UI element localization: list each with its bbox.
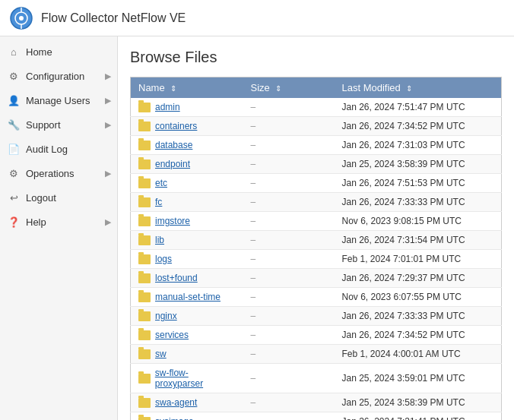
- file-link[interactable]: services: [155, 330, 189, 340]
- sidebar-item-configuration[interactable]: ⚙ Configuration ▶: [0, 64, 117, 88]
- folder-icon: [138, 374, 151, 384]
- file-link[interactable]: sw-flow-proxyparser: [155, 368, 236, 389]
- file-modified-cell: Jan 25, 2024 3:58:39 PM UTC: [335, 393, 502, 412]
- sort-icon: ⇕: [406, 84, 412, 93]
- file-name-cell: nginx: [131, 307, 243, 326]
- sidebar-item-support[interactable]: 🔧 Support ▶: [0, 112, 117, 137]
- app-header: Flow Collector NetFlow VE: [0, 0, 514, 36]
- file-modified-cell: Jan 25, 2024 3:58:39 PM UTC: [335, 155, 502, 174]
- svg-point-2: [19, 16, 24, 21]
- gear-icon: ⚙: [8, 70, 20, 82]
- file-link[interactable]: manual-set-time: [155, 292, 221, 302]
- file-size-cell: –: [243, 307, 335, 326]
- folder-icon: [138, 398, 151, 408]
- file-link[interactable]: database: [155, 140, 192, 150]
- file-name-cell: etc: [131, 174, 243, 193]
- file-link[interactable]: logs: [155, 254, 172, 264]
- file-link[interactable]: swa-agent: [155, 397, 197, 408]
- table-row: sw–Feb 1, 2024 4:00:01 AM UTC: [131, 345, 502, 364]
- sidebar-item-label: Audit Log: [26, 144, 68, 155]
- sidebar-item-audit-log[interactable]: 📄 Audit Log: [0, 137, 117, 161]
- file-size-cell: –: [243, 231, 335, 250]
- file-link[interactable]: admin: [155, 102, 180, 112]
- file-name-cell: logs: [131, 250, 243, 269]
- table-row: nginx–Jan 26, 2024 7:33:33 PM UTC: [131, 307, 502, 326]
- file-link[interactable]: containers: [155, 121, 197, 131]
- chevron-right-icon: ▶: [105, 96, 111, 106]
- file-size-cell: –: [243, 174, 335, 193]
- file-link[interactable]: endpoint: [155, 159, 190, 169]
- file-name-cell: endpoint: [131, 155, 243, 174]
- col-header-name[interactable]: Name ⇕: [131, 77, 243, 99]
- file-modified-cell: Feb 1, 2024 7:01:01 PM UTC: [335, 250, 502, 269]
- file-modified-cell: Nov 6, 2023 9:08:15 PM UTC: [335, 212, 502, 231]
- file-modified-cell: Jan 26, 2024 7:51:53 PM UTC: [335, 174, 502, 193]
- file-link[interactable]: fc: [155, 197, 162, 207]
- table-row: swa-agent–Jan 25, 2024 3:58:39 PM UTC: [131, 393, 502, 412]
- table-row: etc–Jan 26, 2024 7:51:53 PM UTC: [131, 174, 502, 193]
- table-row: database–Jan 26, 2024 7:31:03 PM UTC: [131, 136, 502, 155]
- file-name-cell: lib: [131, 231, 243, 250]
- sidebar-item-manage-users[interactable]: 👤 Manage Users ▶: [0, 88, 117, 112]
- sidebar-item-label: Operations: [26, 168, 75, 179]
- sort-icon: ⇕: [170, 84, 176, 93]
- file-table: Name ⇕ Size ⇕ Last Modified ⇕ admin–Jan …: [130, 77, 502, 420]
- file-size-cell: –: [243, 117, 335, 136]
- logout-icon: ↩: [8, 191, 20, 204]
- file-modified-cell: Jan 26, 2024 7:31:41 PM UTC: [335, 412, 502, 421]
- sidebar-item-operations[interactable]: ⚙ Operations ▶: [0, 161, 117, 185]
- file-link[interactable]: nginx: [155, 311, 177, 321]
- file-size-cell: –: [243, 98, 335, 117]
- table-row: lib–Jan 26, 2024 7:31:54 PM UTC: [131, 231, 502, 250]
- page-title: Browse Files: [130, 49, 502, 66]
- chevron-right-icon: ▶: [105, 169, 111, 178]
- sidebar-item-home[interactable]: ⌂ Home: [0, 39, 117, 64]
- main-content: Browse Files Name ⇕ Size ⇕ Last Modified…: [118, 36, 514, 420]
- folder-icon: [138, 273, 151, 283]
- home-icon: ⌂: [8, 46, 20, 58]
- file-link[interactable]: lib: [155, 235, 164, 245]
- file-size-cell: –: [243, 269, 335, 288]
- table-row: manual-set-time–Nov 6, 2023 6:07:55 PM U…: [131, 288, 502, 307]
- table-row: admin–Jan 26, 2024 7:51:47 PM UTC: [131, 98, 502, 117]
- table-row: fc–Jan 26, 2024 7:33:33 PM UTC: [131, 193, 502, 212]
- file-name-cell: swa-agent: [131, 393, 243, 412]
- chevron-right-icon: ▶: [105, 120, 111, 130]
- chevron-right-icon: ▶: [105, 217, 111, 227]
- file-size-cell: –: [243, 364, 335, 393]
- table-row: services–Jan 26, 2024 7:34:52 PM UTC: [131, 326, 502, 345]
- folder-icon: [138, 417, 151, 421]
- col-header-modified[interactable]: Last Modified ⇕: [335, 77, 502, 99]
- file-link[interactable]: sw: [155, 349, 167, 359]
- table-row: logs–Feb 1, 2024 7:01:01 PM UTC: [131, 250, 502, 269]
- file-link[interactable]: imgstore: [155, 216, 190, 226]
- sidebar-item-label: Logout: [26, 192, 56, 204]
- file-modified-cell: Jan 26, 2024 7:34:52 PM UTC: [335, 326, 502, 345]
- app-title: Flow Collector NetFlow VE: [41, 11, 186, 25]
- app-logo: [9, 6, 33, 30]
- file-modified-cell: Jan 26, 2024 7:33:33 PM UTC: [335, 193, 502, 212]
- file-size-cell: –: [243, 250, 335, 269]
- file-name-cell: lost+found: [131, 269, 243, 288]
- sidebar-item-label: Manage Users: [26, 95, 90, 106]
- file-link[interactable]: etc: [155, 178, 167, 188]
- file-modified-cell: Jan 26, 2024 7:31:03 PM UTC: [335, 136, 502, 155]
- file-size-cell: –: [243, 193, 335, 212]
- file-link[interactable]: sysimage: [155, 416, 194, 420]
- file-size-cell: –: [243, 412, 335, 421]
- file-name-cell: sw: [131, 345, 243, 364]
- folder-icon: [138, 292, 151, 302]
- folder-icon: [138, 159, 151, 169]
- sidebar-item-logout[interactable]: ↩ Logout: [0, 185, 117, 210]
- chevron-right-icon: ▶: [105, 71, 111, 81]
- table-row: lost+found–Jan 26, 2024 7:29:37 PM UTC: [131, 269, 502, 288]
- file-name-cell: fc: [131, 193, 243, 212]
- sidebar-item-help[interactable]: ❓ Help ▶: [0, 210, 117, 234]
- file-modified-cell: Jan 26, 2024 7:34:52 PM UTC: [335, 117, 502, 136]
- col-header-size[interactable]: Size ⇕: [243, 77, 335, 99]
- folder-icon: [138, 311, 151, 321]
- sidebar: ⌂ Home ⚙ Configuration ▶ 👤 Manage Users …: [0, 36, 118, 420]
- file-link[interactable]: lost+found: [155, 273, 198, 283]
- file-size-cell: –: [243, 393, 335, 412]
- file-modified-cell: Jan 26, 2024 7:51:47 PM UTC: [335, 98, 502, 117]
